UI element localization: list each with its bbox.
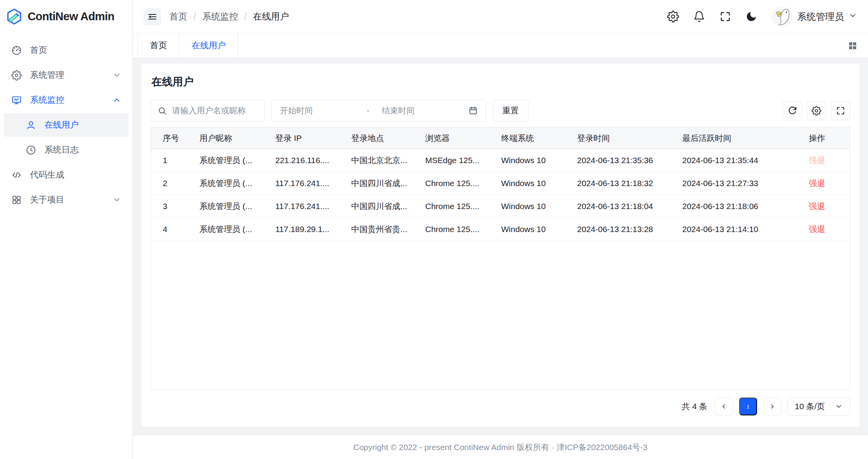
table-row: 3系统管理员 (...117.176.241....中国四川省成...Chrom… (151, 195, 850, 218)
table-cell: 系统管理员 (... (188, 224, 264, 235)
refresh-button[interactable] (783, 101, 802, 120)
table-cell: Chrome 125.... (414, 179, 489, 188)
search-input-box (151, 100, 265, 121)
table-cell: Windows 10 (489, 225, 565, 234)
table-cell: 中国四川省成... (340, 201, 414, 212)
sidebar-item[interactable]: 在线用户 (4, 113, 129, 137)
sidebar-item-label: 关于项目 (30, 194, 64, 206)
chevron-down-icon (113, 71, 121, 79)
page-size-select[interactable]: 10 条/页 (787, 397, 850, 416)
table-cell: 2024-06-13 21:13:28 (565, 225, 671, 234)
column-header: 登录 IP (264, 133, 340, 144)
sidebar-item[interactable]: 关于项目 (4, 188, 129, 211)
dark-mode-moon-icon[interactable] (745, 11, 757, 23)
chevron-down-icon (113, 195, 121, 204)
table-cell: 2024-06-13 21:18:32 (565, 179, 671, 188)
pagination-page-1[interactable]: 1 (739, 397, 757, 415)
fullscreen-icon[interactable] (719, 11, 731, 23)
column-header: 登录时间 (565, 133, 671, 144)
refresh-icon (787, 106, 797, 116)
breadcrumb-item[interactable]: 首页 (169, 11, 187, 23)
pagination-prev-button[interactable] (715, 397, 733, 415)
table-cell: 117.176.241.... (264, 202, 340, 211)
user-name: 系统管理员 (797, 11, 844, 23)
table-row: 2系统管理员 (...117.176.241....中国四川省成...Chrom… (151, 172, 850, 195)
column-header: 最后活跃时间 (671, 133, 797, 144)
sidebar-item[interactable]: 系统日志 (4, 138, 129, 162)
tab-list: 首页在线用户 (137, 33, 238, 58)
topbar: 首页/系统监控/在线用户 (133, 0, 868, 33)
settings-icon[interactable] (667, 11, 679, 23)
tab[interactable]: 首页 (137, 33, 180, 58)
sidebar-item[interactable]: 系统监控 (4, 88, 129, 112)
column-settings-button[interactable] (807, 101, 826, 120)
table-empty-space (151, 241, 850, 390)
table-cell: 2024-06-13 21:35:44 (671, 156, 797, 165)
table-cell: 中国北京北京... (340, 155, 414, 166)
table-fullscreen-button[interactable] (831, 101, 850, 120)
column-header: 序号 (151, 133, 188, 144)
online-users-card: 在线用户 开始时间 - 结束时间 (141, 64, 859, 427)
pagination: 共 4 条 1 10 条/页 (151, 397, 850, 416)
table-cell: 3 (151, 202, 188, 211)
search-icon (158, 106, 167, 115)
breadcrumb-item[interactable]: 系统监控 (202, 11, 238, 23)
sidebar-item[interactable]: 系统管理 (4, 63, 129, 87)
tab-grid-icon[interactable] (847, 33, 858, 58)
code-icon (11, 170, 22, 180)
chevron-down-icon (835, 403, 843, 410)
date-range-separator: - (367, 106, 373, 115)
breadcrumb: 首页/系统监控/在线用户 (169, 11, 289, 23)
sidebar-item-label: 代码生成 (30, 169, 64, 181)
table-cell: Chrome 125.... (414, 202, 489, 211)
sidebar-item[interactable]: 代码生成 (4, 163, 129, 186)
force-logout-link[interactable]: 强退 (797, 201, 850, 212)
sidebar-item-label: 系统管理 (30, 69, 64, 81)
force-logout-link[interactable]: 强退 (797, 224, 850, 235)
filter-toolbar: 开始时间 - 结束时间 重置 (151, 100, 850, 121)
user-menu[interactable]: 系统管理员 (771, 6, 857, 27)
force-logout-link[interactable]: 强退 (797, 178, 850, 189)
sidebar-nav: 首页系统管理系统监控在线用户系统日志代码生成关于项目 (0, 33, 132, 217)
date-range-picker[interactable]: 开始时间 - 结束时间 (271, 100, 486, 121)
clock-icon (26, 145, 36, 155)
gauge-icon (11, 45, 22, 56)
sidebar-collapse-button[interactable] (144, 8, 161, 25)
logo-hexagon-icon (6, 8, 23, 25)
tab[interactable]: 在线用户 (180, 33, 238, 58)
gear-icon (812, 106, 821, 116)
bell-icon[interactable] (693, 11, 705, 23)
reset-button[interactable]: 重置 (493, 100, 528, 121)
breadcrumb-item: 在线用户 (253, 11, 289, 23)
table-cell: 2024-06-13 21:18:04 (565, 202, 671, 211)
column-header: 登录地点 (340, 133, 414, 144)
search-input[interactable] (171, 106, 258, 116)
column-header: 操作 (797, 133, 850, 144)
monitor-icon (11, 95, 22, 106)
table-cell: Windows 10 (489, 156, 565, 165)
footer: Copyright © 2022 - present ContiNew Admi… (133, 435, 868, 459)
calendar-icon (468, 106, 478, 115)
force-logout-link[interactable]: 强退 (797, 155, 850, 166)
column-header: 终端系统 (489, 133, 565, 144)
gear-icon (11, 70, 22, 81)
sidebar-item-label: 系统监控 (30, 94, 64, 106)
sidebar-item[interactable]: 首页 (4, 39, 129, 62)
table-cell: 4 (151, 225, 188, 234)
table-header-row: 序号用户昵称登录 IP登录地点浏览器终端系统登录时间最后活跃时间操作 (151, 127, 850, 149)
column-header: 浏览器 (414, 133, 489, 144)
date-start-placeholder: 开始时间 (280, 105, 367, 116)
sidebar-item-label: 在线用户 (44, 119, 79, 131)
table-cell: 221.216.116.... (264, 156, 340, 165)
breadcrumb-separator: / (194, 11, 196, 22)
table-cell: 2 (151, 179, 188, 188)
online-users-table: 序号用户昵称登录 IP登录地点浏览器终端系统登录时间最后活跃时间操作 1系统管理… (151, 127, 850, 390)
chevron-left-icon (720, 403, 727, 410)
chevron-down-icon (849, 11, 857, 22)
pagination-next-button[interactable] (763, 397, 781, 415)
pagination-total: 共 4 条 (682, 401, 707, 412)
content-area: 在线用户 开始时间 - 结束时间 (133, 58, 868, 435)
app-title: ContiNew Admin (28, 10, 114, 23)
table-cell: 2024-06-13 21:35:36 (565, 156, 671, 165)
table-body: 1系统管理员 (...221.216.116....中国北京北京...MSEdg… (151, 149, 850, 241)
